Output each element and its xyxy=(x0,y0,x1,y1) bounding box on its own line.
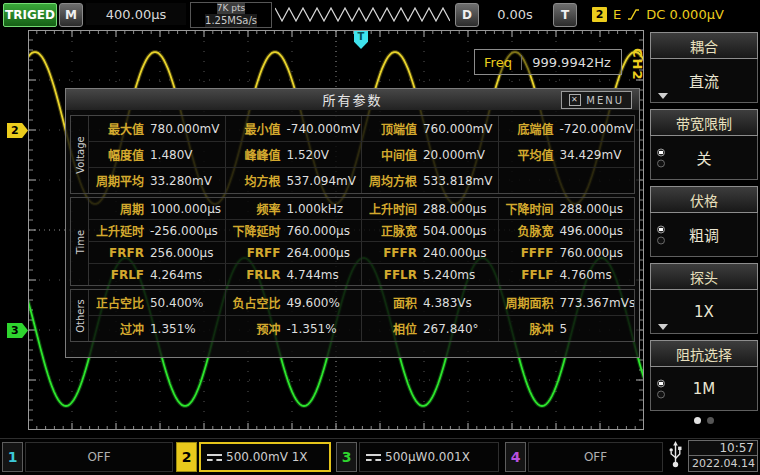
param-label: FRFF xyxy=(226,246,287,260)
param-label: FRLR xyxy=(226,268,287,282)
sidebar-header-0: 耦合 xyxy=(650,32,758,59)
param-label: 中间值 xyxy=(362,146,423,163)
trigger-status-badge: TRIGED xyxy=(3,3,57,27)
sample-rate: 1.25MSa/s xyxy=(205,14,257,27)
param-label: 下降延时 xyxy=(226,222,287,239)
channel-status-bar: 1OFF2500.00mV 1X3500μW0.001X4OFF xyxy=(0,438,760,475)
param-value: -1.351% xyxy=(286,322,336,336)
param-label: 顶端值 xyxy=(362,120,423,137)
memory-depth: 7K pts xyxy=(217,3,245,14)
delay-button[interactable]: D xyxy=(455,3,479,27)
param-cell: 周期平均33.280mV xyxy=(89,168,225,193)
param-value: 50.400% xyxy=(150,296,203,310)
param-row: 周期平均33.280mV均方根537.094mV周均方根533.818mV xyxy=(89,167,634,193)
param-value: 4.744ms xyxy=(286,268,338,282)
param-cell: 下降延时760.000μs xyxy=(225,220,362,241)
param-value: 496.000μs xyxy=(559,224,623,238)
dc-coupling-icon xyxy=(366,454,381,461)
ch2-menu-tab: CH2 xyxy=(630,48,645,80)
rising-edge-icon xyxy=(627,8,640,21)
sidebar-option-button-1[interactable]: 关 xyxy=(650,136,758,180)
param-section-voltage: Voltage最大值780.000mV最小值-740.000mV顶端值760.0… xyxy=(70,115,635,194)
param-cell: FRLF4.264ms xyxy=(89,264,225,285)
param-cell: FFFR240.000μs xyxy=(361,242,498,263)
param-cell: 上升延时-256.000μs xyxy=(89,220,225,241)
status-bar: TRIGED M 400.00μs 7K pts 1.25MSa/s D 0.0… xyxy=(0,0,760,29)
param-value: 33.280mV xyxy=(150,174,212,188)
param-row: FRLF4.264msFRLR4.744msFFLR5.240msFFLF4.7… xyxy=(89,263,634,285)
param-cell xyxy=(498,168,635,193)
param-cell: 正脉宽504.000μs xyxy=(361,220,498,241)
param-value: 1000.000μs xyxy=(150,202,221,216)
param-label: 周期 xyxy=(89,200,150,217)
channel-2-badge[interactable]: 2 xyxy=(176,442,197,472)
param-value: 760.000μs xyxy=(559,246,623,260)
channel-4-info[interactable]: OFF xyxy=(528,442,663,472)
menu-close-button[interactable]: ✕ MENU xyxy=(561,91,632,109)
sidebar-group: 探头1X xyxy=(650,263,758,334)
sidebar-group: 带宽限制关 xyxy=(650,109,758,180)
param-value: 1.351% xyxy=(150,322,196,336)
channel-3-info[interactable]: 500μW0.001X xyxy=(359,442,499,472)
sidebar-option-button-4[interactable]: 1M xyxy=(650,367,758,411)
param-value: 780.000mV xyxy=(150,122,220,136)
param-value: 773.367mVs xyxy=(559,296,634,310)
param-row: 周期1000.000μs频率1.000kHz上升时间288.000μs下降时间2… xyxy=(89,198,634,219)
date-readout: 2022.04.14 xyxy=(688,456,758,472)
param-cell: 底端值-720.000mV xyxy=(498,116,635,141)
param-cell: 负占空比49.600% xyxy=(225,290,362,315)
channel-1-info[interactable]: OFF xyxy=(25,442,173,472)
param-label: 下降时间 xyxy=(499,200,560,217)
channel-1-badge[interactable]: 1 xyxy=(2,442,23,472)
oscilloscope-screen: TRIGED M 400.00μs 7K pts 1.25MSa/s D 0.0… xyxy=(0,0,760,475)
param-cell: FFLF4.760ms xyxy=(498,264,635,285)
param-cell: FFLR5.240ms xyxy=(361,264,498,285)
channel-scale-readout: 500.00mV 1X xyxy=(226,450,308,464)
sidebar-option-button-2[interactable]: 粗调 xyxy=(650,213,758,257)
param-value: 760.000mV xyxy=(423,122,493,136)
sidebar-header-4: 阻抗选择 xyxy=(650,340,758,367)
param-label: 周均方根 xyxy=(362,172,423,189)
param-cell: FFFF760.000μs xyxy=(498,242,635,263)
param-cell: 峰峰值1.520V xyxy=(225,142,362,167)
channel-4-badge[interactable]: 4 xyxy=(505,442,526,472)
trigger-menu-button[interactable]: T xyxy=(553,3,577,27)
timebase-readout: 400.00μs xyxy=(86,3,186,25)
waveform-pattern-icon xyxy=(275,4,450,24)
param-cell: 负脉宽496.000μs xyxy=(498,220,635,241)
param-value: 4.383Vs xyxy=(423,296,472,310)
horizontal-menu-button[interactable]: M xyxy=(59,3,83,27)
frequency-counter: Freq 999.9942Hz xyxy=(474,49,622,75)
channel-scale-readout: 500μW0.001X xyxy=(385,450,470,464)
param-cell: 中间值20.000mV xyxy=(361,142,498,167)
param-value: 256.000μs xyxy=(150,246,214,260)
param-row: 幅度值1.480V峰峰值1.520V中间值20.000mV平均值34.429mV xyxy=(89,141,634,167)
channel-3-badge[interactable]: 3 xyxy=(336,442,357,472)
param-label: 正脉宽 xyxy=(362,222,423,239)
param-value: 34.429mV xyxy=(559,148,621,162)
param-label: 峰峰值 xyxy=(226,146,287,163)
horizontal-offset-readout: 0.00s xyxy=(481,3,549,25)
param-cell: 均方根537.094mV xyxy=(225,168,362,193)
param-label: 预冲 xyxy=(226,320,287,337)
sidebar-option-value: 1M xyxy=(693,380,716,398)
trigger-info: 2 E DC 0.000μV xyxy=(592,3,724,25)
sidebar-option-button-0[interactable]: 直流 xyxy=(650,59,758,103)
menu-label: MENU xyxy=(586,95,624,106)
param-cell: 最大值780.000mV xyxy=(89,116,225,141)
param-cell: 频率1.000kHz xyxy=(225,198,362,219)
acquisition-info: 7K pts 1.25MSa/s xyxy=(190,2,272,28)
channel-2-info[interactable]: 500.00mV 1X xyxy=(199,442,331,472)
param-cell: 周期1000.000μs xyxy=(89,198,225,219)
param-label: 周期平均 xyxy=(89,172,150,189)
param-value: 5 xyxy=(559,322,567,336)
param-value: 760.000μs xyxy=(286,224,350,238)
radio-icon xyxy=(657,225,665,244)
param-cell: FRFR256.000μs xyxy=(89,242,225,263)
param-label: 上升时间 xyxy=(362,200,423,217)
param-label: 相位 xyxy=(362,320,423,337)
all-parameters-panel: 所有参数 ✕ MENU Voltage最大值780.000mV最小值-740.0… xyxy=(65,88,640,358)
param-row: 正占空比50.400%负占空比49.600%面积4.383Vs周期面积773.3… xyxy=(89,290,634,315)
sidebar-option-button-3[interactable]: 1X xyxy=(650,290,758,334)
param-value: 1.480V xyxy=(150,148,193,162)
